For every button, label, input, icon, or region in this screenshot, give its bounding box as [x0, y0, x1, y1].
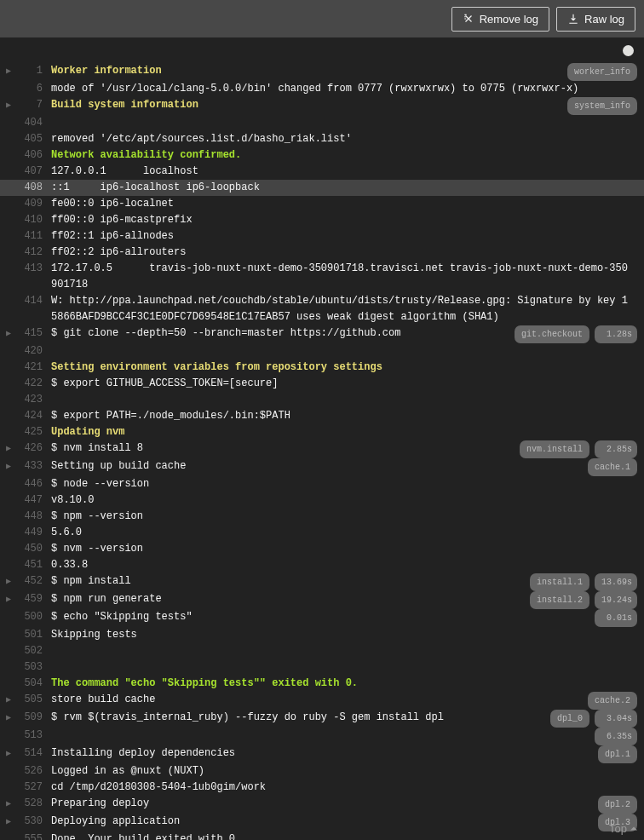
log-content: $ node --version [51, 476, 637, 492]
fold-toggle[interactable]: ▶ [0, 325, 17, 342]
raw-log-button[interactable]: Raw log [556, 7, 635, 32]
log-line: 500$ echo "Skipping tests"0.01s [0, 609, 644, 627]
line-number[interactable]: 425 [17, 424, 51, 440]
fold-toggle[interactable]: ▶ [0, 440, 17, 457]
log-line: 422$ export GITHUB_ACCESS_TOKEN=[secure] [0, 376, 644, 392]
log-content: ::1 ip6-localhost ip6-loopback [51, 180, 637, 196]
log-content: Preparing deploy [51, 796, 598, 812]
line-number[interactable]: 526 [17, 763, 51, 780]
fold-badge: git.checkout [515, 325, 589, 343]
line-number[interactable]: 1 [17, 63, 51, 79]
line-number[interactable]: 514 [17, 745, 51, 762]
line-number[interactable]: 459 [17, 591, 51, 607]
log-line: 424$ export PATH=./node_modules/.bin:$PA… [0, 408, 644, 424]
fold-toggle[interactable]: ▶ [0, 692, 17, 708]
line-number[interactable]: 409 [17, 196, 51, 212]
line-number[interactable]: 504 [17, 676, 51, 692]
log-line: 406Network availability confirmed. [0, 147, 644, 164]
fold-toggle[interactable]: ▶ [0, 97, 17, 113]
line-badges: nvm.install2.85s [520, 440, 637, 458]
line-number[interactable]: 414 [17, 293, 51, 309]
line-number[interactable]: 530 [17, 814, 51, 830]
log-content: Logged in as @nuxt (NUXT) [51, 763, 637, 780]
line-number[interactable]: 513 [17, 728, 51, 744]
line-number[interactable]: 410 [17, 212, 51, 228]
log-content: Worker information [51, 63, 567, 79]
log-line: ▶509$ rvm $(travis_internal_ruby) --fuzz… [0, 710, 644, 728]
log-content: Done. Your build exited with 0. [51, 831, 637, 840]
line-number[interactable]: 421 [17, 360, 51, 376]
line-number[interactable]: 449 [17, 525, 51, 541]
line-number[interactable]: 408 [17, 180, 51, 196]
line-number[interactable]: 500 [17, 609, 51, 625]
fold-badge: install.2 [530, 591, 589, 609]
line-number[interactable]: 420 [17, 343, 51, 360]
fold-toggle[interactable]: ▶ [0, 591, 17, 607]
line-number[interactable]: 509 [17, 710, 51, 726]
line-number[interactable]: 502 [17, 643, 51, 659]
fold-badge: nvm.install [520, 440, 589, 458]
log-line: 404 [0, 115, 644, 131]
log-content: Skipping tests [51, 627, 637, 643]
line-number[interactable]: 404 [17, 115, 51, 131]
fold-toggle[interactable]: ▶ [0, 796, 17, 812]
fold-toggle[interactable]: ▶ [0, 63, 17, 79]
log-line: ▶433Setting up build cachecache.1 [0, 458, 644, 476]
line-number[interactable]: 411 [17, 228, 51, 245]
line-number[interactable]: 528 [17, 796, 51, 812]
line-number[interactable]: 527 [17, 780, 51, 796]
line-number[interactable]: 501 [17, 627, 51, 643]
line-number[interactable]: 415 [17, 325, 51, 342]
log-content: $ npm run generate [51, 591, 530, 607]
fold-toggle[interactable]: ▶ [0, 710, 17, 726]
line-number[interactable]: 446 [17, 476, 51, 492]
line-number[interactable]: 407 [17, 164, 51, 180]
line-number[interactable]: 505 [17, 692, 51, 708]
line-number[interactable]: 405 [17, 131, 51, 147]
line-badges: cache.2 [588, 692, 637, 710]
time-badge: 3.04s [595, 710, 637, 728]
status-row [0, 37, 644, 63]
line-number[interactable]: 422 [17, 376, 51, 392]
line-number[interactable]: 452 [17, 573, 51, 590]
log-content: v8.10.0 [51, 492, 637, 509]
fold-toggle[interactable]: ▶ [0, 573, 17, 590]
line-number[interactable]: 423 [17, 392, 51, 408]
line-number[interactable]: 450 [17, 541, 51, 557]
line-number[interactable]: 413 [17, 261, 51, 277]
line-number[interactable]: 451 [17, 557, 51, 573]
log-content: $ git clone --depth=50 --branch=master h… [51, 325, 515, 342]
log-line: 425Updating nvm [0, 424, 644, 440]
fold-toggle[interactable]: ▶ [0, 458, 17, 475]
line-number[interactable]: 424 [17, 408, 51, 424]
line-badges: git.checkout1.28s [515, 325, 637, 343]
fold-badge: system_info [567, 97, 637, 115]
line-badges: dpl.1 [598, 745, 637, 763]
log-line: 414W: http://ppa.launchpad.net/couchdb/s… [0, 293, 644, 325]
line-number[interactable]: 412 [17, 245, 51, 261]
line-number[interactable]: 448 [17, 509, 51, 525]
line-number[interactable]: 406 [17, 147, 51, 164]
line-number[interactable]: 447 [17, 492, 51, 509]
log-line: 503 [0, 659, 644, 676]
line-number[interactable]: 555 [17, 831, 51, 840]
remove-log-button[interactable]: Remove log [451, 7, 549, 32]
scroll-to-top-link[interactable]: Top [609, 822, 637, 835]
line-badges: 0.01s [595, 609, 637, 627]
line-number[interactable]: 7 [17, 97, 51, 113]
line-number[interactable]: 433 [17, 458, 51, 475]
log-line: 6mode of '/usr/local/clang-5.0.0/bin' ch… [0, 81, 644, 97]
log-content: $ rvm $(travis_internal_ruby) --fuzzy do… [51, 710, 550, 726]
line-badges: system_info [567, 97, 637, 115]
line-number[interactable]: 6 [17, 81, 51, 97]
log-content: Network availability confirmed. [51, 147, 637, 164]
log-content: W: http://ppa.launchpad.net/couchdb/stab… [51, 293, 637, 325]
line-number[interactable]: 503 [17, 659, 51, 676]
log-content: $ echo "Skipping tests" [51, 609, 595, 625]
log-line: 501Skipping tests [0, 627, 644, 643]
fold-toggle[interactable]: ▶ [0, 814, 17, 830]
raw-log-label: Raw log [584, 13, 624, 26]
fold-toggle[interactable]: ▶ [0, 745, 17, 762]
line-number[interactable]: 426 [17, 440, 51, 457]
log-line: 412ff02::2 ip6-allrouters [0, 245, 644, 261]
